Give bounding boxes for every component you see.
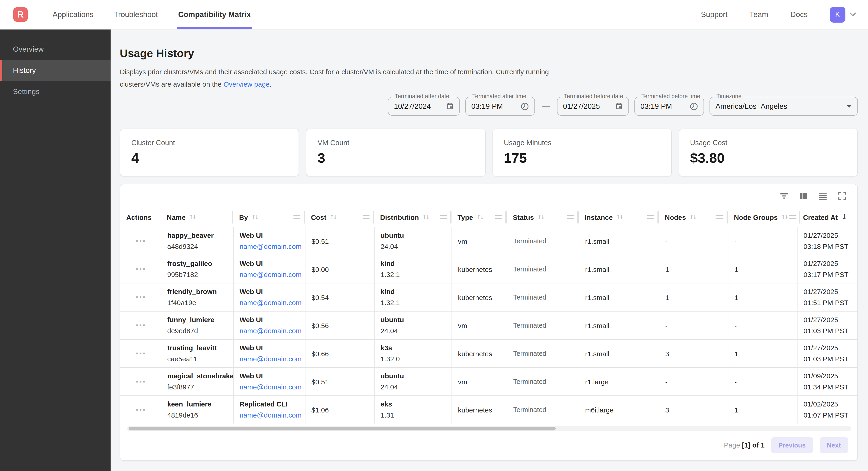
col-header-name[interactable]: Name ↑↓ bbox=[161, 207, 233, 227]
col-header-nodes[interactable]: Nodes ↑↓ bbox=[659, 207, 728, 227]
calendar-icon[interactable] bbox=[609, 102, 623, 110]
distribution-name: k3s bbox=[380, 343, 452, 353]
sort-icon[interactable]: ↑↓ bbox=[781, 214, 789, 220]
table-row: friendly_brown1f40a19e Web UIname@domain… bbox=[120, 283, 858, 311]
sort-icon[interactable]: ↑↓ bbox=[330, 214, 338, 220]
filter-icon[interactable] bbox=[779, 191, 789, 201]
row-actions-button[interactable] bbox=[133, 237, 148, 245]
col-header-distribution[interactable]: Distribution ↑↓ bbox=[374, 207, 452, 227]
created-by-email-link[interactable]: name@domain.com bbox=[240, 382, 305, 393]
created-date: 01/27/2025 bbox=[804, 314, 858, 325]
sidebar-item-settings[interactable]: Settings bbox=[0, 81, 111, 102]
main-content: Usage History Displays prior clusters/VM… bbox=[111, 29, 868, 471]
previous-page-button[interactable]: Previous bbox=[771, 437, 813, 453]
row-actions-button[interactable] bbox=[133, 406, 148, 414]
created-by-source: Web UI bbox=[240, 230, 305, 241]
created-date: 01/27/2025 bbox=[804, 286, 858, 297]
terminated-after-time-field[interactable]: Terminated after time 03:19 PM bbox=[465, 97, 535, 116]
column-menu-handle[interactable] bbox=[789, 215, 796, 219]
column-menu-handle[interactable] bbox=[440, 215, 447, 219]
density-icon[interactable] bbox=[818, 191, 828, 201]
terminated-after-date-field[interactable]: Terminated after date 10/27/2024 bbox=[388, 97, 460, 116]
account-menu[interactable]: K bbox=[830, 7, 856, 22]
stat-usage-cost: Usage Cost $3.80 bbox=[679, 128, 858, 177]
calendar-icon[interactable] bbox=[439, 102, 454, 110]
distribution-name: ubuntu bbox=[380, 314, 452, 325]
clock-icon[interactable] bbox=[514, 102, 529, 110]
fullscreen-icon[interactable] bbox=[837, 191, 847, 201]
created-by-email-link[interactable]: name@domain.com bbox=[240, 353, 305, 364]
sidebar-item-overview[interactable]: Overview bbox=[0, 39, 111, 60]
column-menu-handle[interactable] bbox=[716, 215, 723, 219]
column-menu-handle[interactable] bbox=[647, 215, 654, 219]
tab-compatibility-matrix[interactable]: Compatibility Matrix bbox=[178, 0, 251, 29]
created-by-email-link[interactable]: name@domain.com bbox=[240, 297, 305, 308]
row-actions-button[interactable] bbox=[133, 378, 148, 385]
row-actions-button[interactable] bbox=[133, 294, 148, 301]
created-by-email-link[interactable]: name@domain.com bbox=[240, 410, 305, 421]
column-menu-handle[interactable] bbox=[363, 215, 370, 219]
replicated-logo[interactable]: R bbox=[13, 7, 28, 22]
col-header-by[interactable]: By ↑↓ bbox=[233, 207, 305, 227]
col-header-node-groups[interactable]: Node Groups ↑↓ bbox=[728, 207, 797, 227]
col-header-type[interactable]: Type ↑↓ bbox=[452, 207, 507, 227]
type-value: kubernetes bbox=[458, 293, 507, 301]
usage-history-table-card: Actions Name ↑↓ By ↑↓ Cost ↑↓ bbox=[120, 184, 858, 461]
page-description: Displays prior clusters/VMs and their as… bbox=[120, 65, 555, 90]
col-header-status[interactable]: Status ↑↓ bbox=[507, 207, 579, 227]
distribution-name: kind bbox=[380, 258, 452, 269]
column-menu-handle[interactable] bbox=[567, 215, 574, 219]
created-time: 03:18 PM PST bbox=[804, 241, 858, 252]
sort-icon[interactable]: ↑↓ bbox=[189, 214, 197, 220]
columns-icon[interactable] bbox=[799, 191, 809, 201]
sidebar-item-history[interactable]: History bbox=[0, 60, 111, 81]
sort-icon[interactable]: ↑↓ bbox=[537, 214, 545, 220]
created-by-email-link[interactable]: name@domain.com bbox=[240, 325, 305, 336]
terminated-before-date-field[interactable]: Terminated before date 01/27/2025 bbox=[557, 97, 629, 116]
link-support[interactable]: Support bbox=[701, 10, 728, 19]
created-by-source: Web UI bbox=[240, 343, 305, 353]
stat-usage-minutes: Usage Minutes 175 bbox=[492, 128, 672, 177]
clock-icon[interactable] bbox=[683, 102, 698, 110]
distribution-name: ubuntu bbox=[380, 230, 452, 241]
col-header-cost[interactable]: Cost ↑↓ bbox=[305, 207, 374, 227]
row-actions-button[interactable] bbox=[133, 322, 148, 329]
sort-icon[interactable]: ↑↓ bbox=[251, 214, 259, 220]
cluster-id: 4819de16 bbox=[167, 410, 233, 421]
status-badge: Terminated bbox=[513, 237, 579, 245]
scrollbar-thumb[interactable] bbox=[128, 427, 556, 431]
nodes-value: 1 bbox=[665, 293, 728, 301]
sort-desc-icon[interactable]: ↓ bbox=[841, 213, 847, 221]
column-menu-handle[interactable] bbox=[293, 215, 300, 219]
terminated-before-time-field[interactable]: Terminated before time 03:19 PM bbox=[634, 97, 704, 116]
sort-icon[interactable]: ↑↓ bbox=[422, 214, 430, 220]
distribution-version: 24.04 bbox=[380, 241, 452, 252]
created-by-email-link[interactable]: name@domain.com bbox=[240, 241, 305, 252]
sort-icon[interactable]: ↑↓ bbox=[689, 214, 697, 220]
horizontal-scrollbar[interactable] bbox=[127, 426, 851, 431]
avatar: K bbox=[830, 7, 845, 22]
link-docs[interactable]: Docs bbox=[790, 10, 808, 19]
cluster-id: fe3f8977 bbox=[167, 382, 233, 393]
column-menu-handle[interactable] bbox=[495, 215, 502, 219]
row-actions-button[interactable] bbox=[133, 350, 148, 357]
timezone-select[interactable]: Timezone America/Los_Angeles bbox=[710, 97, 858, 116]
top-nav-right: Support Team Docs K bbox=[701, 7, 856, 22]
sort-icon[interactable]: ↑↓ bbox=[476, 214, 484, 220]
sort-icon[interactable]: ↑↓ bbox=[616, 214, 624, 220]
node-groups-value: 1 bbox=[734, 406, 797, 414]
created-by-email-link[interactable]: name@domain.com bbox=[240, 269, 305, 280]
row-actions-button[interactable] bbox=[133, 265, 148, 273]
page-title: Usage History bbox=[120, 47, 858, 60]
cost-value: $0.54 bbox=[311, 293, 374, 301]
col-header-instance[interactable]: Instance ↑↓ bbox=[579, 207, 659, 227]
cluster-name: funny_lumiere bbox=[167, 314, 233, 325]
pagination: Page[1] of 1 Previous Next bbox=[120, 437, 858, 453]
tab-applications[interactable]: Applications bbox=[53, 0, 94, 29]
cost-value: $0.51 bbox=[311, 237, 374, 245]
link-team[interactable]: Team bbox=[750, 10, 768, 19]
col-header-created-at[interactable]: Created At ↓ bbox=[797, 207, 858, 227]
next-page-button[interactable]: Next bbox=[819, 437, 848, 453]
tab-troubleshoot[interactable]: Troubleshoot bbox=[114, 0, 158, 29]
overview-page-link[interactable]: Overview page bbox=[223, 80, 270, 88]
